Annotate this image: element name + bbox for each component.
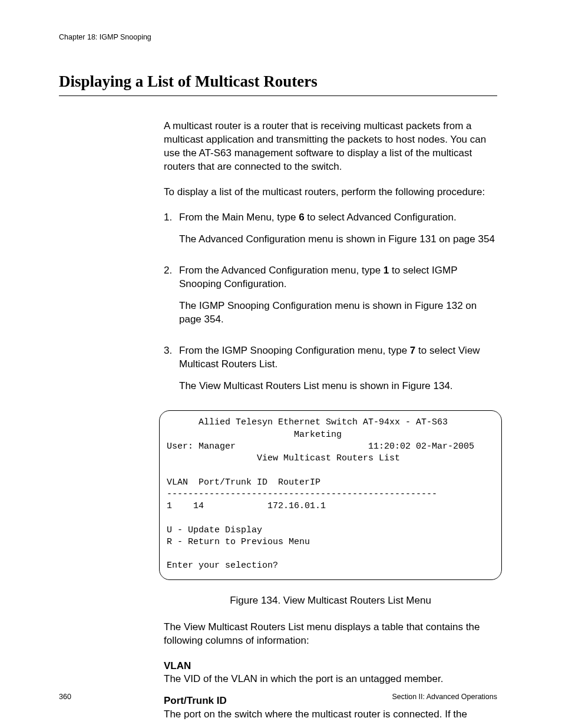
term-line: 1 14 172.16.01.1 xyxy=(167,501,326,511)
term-line: VLAN Port/Trunk ID RouterIP xyxy=(167,477,320,487)
body-column: A multicast router is a router that is r… xyxy=(164,120,497,722)
definition-desc: The port on the switch where the multica… xyxy=(164,708,497,722)
term-line: View Multicast Routers List xyxy=(167,453,400,463)
procedure-lead-in: To display a list of the multicast route… xyxy=(164,186,497,199)
key-6: 6 xyxy=(299,212,304,223)
step-follow: The IGMP Snooping Configuration menu is … xyxy=(179,299,497,327)
key-1: 1 xyxy=(384,265,389,276)
step-number: 3. xyxy=(164,344,179,401)
running-header: Chapter 18: IGMP Snooping xyxy=(59,32,497,42)
step-follow: The Advanced Configuration menu is shown… xyxy=(179,233,495,246)
section-label: Section II: Advanced Operations xyxy=(392,692,497,702)
term-line: Allied Telesyn Ethernet Switch AT-94xx -… xyxy=(167,417,448,427)
step-3: 3. From the IGMP Snooping Configuration … xyxy=(164,344,497,401)
step-text: From the Advanced Configuration menu, ty… xyxy=(179,265,384,276)
definition-term-vlan: VLAN xyxy=(164,660,497,673)
term-line: Enter your selection? xyxy=(167,561,278,571)
step-1: 1. From the Main Menu, type 6 to select … xyxy=(164,211,497,255)
term-line: R - Return to Previous Menu xyxy=(167,537,310,547)
step-body: From the IGMP Snooping Configuration men… xyxy=(179,344,497,401)
term-line: U - Update Display xyxy=(167,525,262,535)
step-number: 1. xyxy=(164,211,179,255)
term-line: ----------------------------------------… xyxy=(167,489,437,499)
figure-caption: Figure 134. View Multicast Routers List … xyxy=(164,594,497,608)
definition-desc: The VID of the VLAN in which the port is… xyxy=(164,673,497,686)
step-body: From the Main Menu, type 6 to select Adv… xyxy=(179,211,495,255)
intro-paragraph: A multicast router is a router that is r… xyxy=(164,120,497,174)
step-text: From the IGMP Snooping Configuration men… xyxy=(179,345,410,356)
step-follow: The View Multicast Routers List menu is … xyxy=(179,380,497,393)
step-2: 2. From the Advanced Configuration menu,… xyxy=(164,264,497,335)
page-footer: 360 Section II: Advanced Operations xyxy=(59,692,497,702)
step-text: From the Main Menu, type xyxy=(179,212,299,223)
after-paragraph: The View Multicast Routers List menu dis… xyxy=(164,621,497,648)
step-number: 2. xyxy=(164,264,179,335)
page: Chapter 18: IGMP Snooping Displaying a L… xyxy=(0,0,562,728)
page-number: 360 xyxy=(59,693,71,701)
step-body: From the Advanced Configuration menu, ty… xyxy=(179,264,497,335)
terminal-output: Allied Telesyn Ethernet Switch AT-94xx -… xyxy=(159,410,502,579)
page-title: Displaying a List of Multicast Routers xyxy=(59,71,497,96)
key-7: 7 xyxy=(410,345,415,356)
step-text: to select Advanced Configuration. xyxy=(305,212,457,223)
term-line: Marketing xyxy=(167,430,342,440)
term-line: User: Manager 11:20:02 02-Mar-2005 xyxy=(167,442,474,452)
